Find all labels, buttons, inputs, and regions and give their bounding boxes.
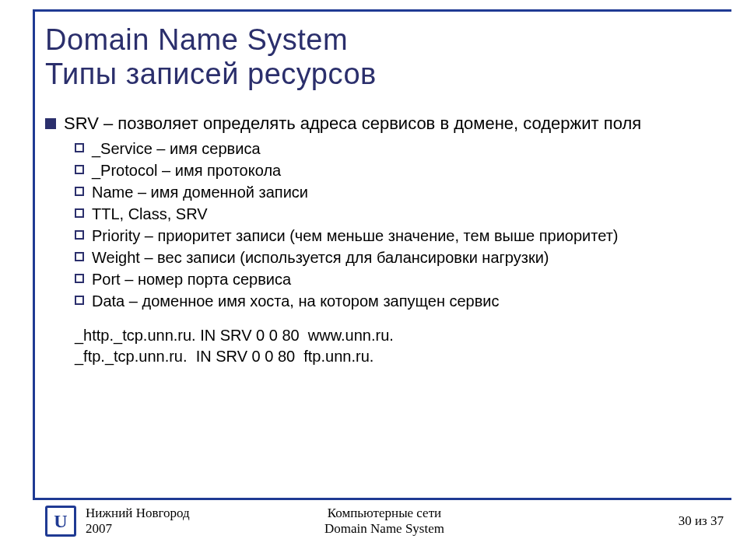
example-line: _http._tcp.unn.ru. IN SRV 0 0 80 www.unn… [75, 327, 394, 344]
hollow-square-icon [75, 296, 84, 305]
top-rule [33, 9, 731, 12]
sub-bullet: Data – доменное имя хоста, на котором за… [75, 292, 724, 311]
footer-left-text: Нижний Новгород 2007 [86, 506, 190, 537]
slide-body: SRV – позволяет определять адреса сервис… [45, 113, 724, 367]
sub-bullet: Name – имя доменной записи [75, 183, 724, 202]
sub-bullet: Priority – приоритет записи (чем меньше … [75, 226, 724, 246]
sub-bullet-text: Priority – приоритет записи (чем меньше … [92, 226, 724, 246]
bullet-level1: SRV – позволяет определять адреса сервис… [45, 113, 724, 135]
sub-bullet-text: _Protocol – имя протокола [92, 161, 724, 180]
hollow-square-icon [75, 274, 84, 283]
logo-letter-icon: U [54, 512, 67, 530]
sub-bullet: _Protocol – имя протокола [75, 161, 724, 180]
title-line-2: Типы записей ресурсов [45, 58, 724, 92]
footer-page-number: 30 из 37 [679, 513, 724, 529]
footer-topic: Domain Name System [324, 521, 444, 537]
sub-bullet-list: _Service – имя сервиса _Protocol – имя п… [75, 139, 724, 311]
sub-bullet-text: Name – имя доменной записи [92, 183, 724, 202]
sub-bullet-text: TTL, Class, SRV [92, 205, 724, 224]
sub-bullet: Weight – вес записи (используется для ба… [75, 248, 724, 268]
bullet-text: SRV – позволяет определять адреса сервис… [64, 113, 724, 135]
sub-bullet: _Service – имя сервиса [75, 139, 724, 159]
footer-location: Нижний Новгород [86, 506, 190, 521]
sub-bullet: TTL, Class, SRV [75, 205, 724, 224]
hollow-square-icon [75, 230, 84, 240]
hollow-square-icon [75, 208, 84, 218]
sub-bullet-text: Data – доменное имя хоста, на котором за… [92, 292, 724, 311]
footer-course: Компьютерные сети [324, 506, 444, 521]
example-line: _ftp._tcp.unn.ru. IN SRV 0 0 80 ftp.unn.… [75, 348, 374, 365]
example-block: _http._tcp.unn.ru. IN SRV 0 0 80 www.unn… [75, 325, 724, 367]
sub-bullet-text: Weight – вес записи (используется для ба… [92, 248, 724, 268]
footer: U Нижний Новгород 2007 Компьютерные сети… [45, 506, 724, 537]
footer-left: U Нижний Новгород 2007 [45, 506, 190, 537]
slide-title: Domain Name System Типы записей ресурсов [45, 23, 724, 91]
footer-year: 2007 [86, 521, 190, 537]
square-bullet-icon [45, 118, 56, 129]
title-line-1: Domain Name System [45, 23, 724, 58]
bottom-rule [33, 498, 731, 500]
sub-bullet: Port – номер порта сервиса [75, 270, 724, 289]
hollow-square-icon [75, 187, 84, 196]
sub-bullet-text: Port – номер порта сервиса [92, 270, 724, 289]
left-rule [33, 9, 35, 498]
sub-bullet-text: _Service – имя сервиса [92, 139, 724, 159]
university-logo: U [45, 506, 76, 537]
hollow-square-icon [75, 252, 84, 261]
slide: Domain Name System Типы записей ресурсов… [0, 0, 747, 560]
footer-center: Компьютерные сети Domain Name System [324, 506, 444, 537]
hollow-square-icon [75, 165, 84, 174]
hollow-square-icon [75, 143, 84, 152]
